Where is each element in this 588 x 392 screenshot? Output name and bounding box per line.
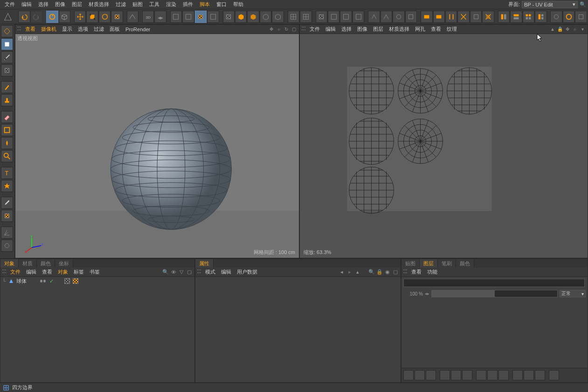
scale-button[interactable] <box>86 11 98 23</box>
vp-filter-menu[interactable]: 过滤 <box>91 25 106 34</box>
uv-unfold4-button[interactable] <box>405 11 417 23</box>
attr-edit-menu[interactable]: 编辑 <box>219 268 234 276</box>
grid-toggle-button[interactable] <box>288 11 299 23</box>
last-tool-button[interactable] <box>111 11 123 23</box>
uv-file-menu[interactable]: 文件 <box>307 25 322 34</box>
obj-bookmarks-menu[interactable]: 书签 <box>87 268 102 276</box>
vp-options-menu[interactable]: 选项 <box>76 25 90 34</box>
menu-filter[interactable]: 过滤 <box>113 0 129 9</box>
uv-relax-button[interactable] <box>457 11 469 23</box>
vp-prorender-menu[interactable]: ProRender <box>123 26 152 33</box>
grip-icon[interactable] <box>302 27 305 32</box>
app-logo-icon[interactable] <box>1 10 14 24</box>
obj-file-menu[interactable]: 文件 <box>8 268 23 276</box>
layout4-button[interactable] <box>535 11 546 23</box>
layers-func-menu[interactable]: 功能 <box>425 268 440 276</box>
menu-tools[interactable]: 工具 <box>146 0 162 9</box>
uv-texture-menu[interactable]: 纹理 <box>444 25 459 34</box>
uv-view-canvas[interactable]: 缩放: 63.3% <box>300 34 588 258</box>
grip-icon[interactable] <box>2 269 6 275</box>
uv-ctrl1-icon[interactable]: ▲ <box>549 26 556 33</box>
brush-button[interactable] <box>1 81 13 93</box>
attributes-body[interactable] <box>195 277 401 382</box>
layer-extra3-button[interactable] <box>535 370 545 380</box>
tab-coord[interactable]: 坐标 <box>55 259 73 268</box>
layer-extra2-button[interactable] <box>524 370 534 380</box>
up-icon[interactable]: ▴ <box>354 269 361 275</box>
grip-icon[interactable] <box>17 27 21 32</box>
object-row-sphere[interactable]: └ 球体 ✓ <box>0 277 194 285</box>
arrow-left-icon[interactable]: ◂ <box>339 269 345 275</box>
perspective-view-canvas[interactable]: 透视视图 <box>15 34 299 258</box>
blend-mode-dropdown[interactable]: 正常▾ <box>560 290 586 297</box>
axis-lock-button[interactable] <box>127 11 138 23</box>
check-icon[interactable]: ✓ <box>48 278 55 284</box>
search2-icon[interactable]: 🔍 <box>368 269 375 275</box>
uv-proj3-button[interactable] <box>353 11 364 23</box>
uv-align1-button[interactable] <box>421 11 432 23</box>
search-icon[interactable]: 🔍 <box>580 1 586 7</box>
stamp-button[interactable] <box>1 94 13 106</box>
text-button[interactable]: T <box>1 167 13 179</box>
coord-y-button[interactable] <box>182 11 194 23</box>
layout3-button[interactable] <box>523 11 534 23</box>
uv-ctrl2-icon[interactable]: 🔒 <box>557 26 563 33</box>
new-icon[interactable]: ◉ <box>384 269 391 275</box>
uv-ctrl4-icon[interactable]: ⟐ <box>572 26 578 33</box>
menu-material-select[interactable]: 材质选择 <box>86 0 112 9</box>
zoom-button[interactable] <box>1 150 13 162</box>
vp-panel-menu[interactable]: 面板 <box>107 25 122 34</box>
uv-proj1-button[interactable] <box>328 11 339 23</box>
uv-select-menu[interactable]: 选择 <box>339 25 354 34</box>
visibility-toggle[interactable] <box>40 278 46 284</box>
obj-tags-menu[interactable]: 标签 <box>71 268 86 276</box>
coord-x-button[interactable] <box>170 11 182 23</box>
checker-button[interactable] <box>1 64 13 76</box>
tab-layers[interactable]: 图层 <box>420 259 438 268</box>
max-icon[interactable]: ▢ <box>392 269 399 275</box>
uv-align2-button[interactable] <box>433 11 445 23</box>
star-button[interactable] <box>1 180 13 192</box>
vp-maximize-icon[interactable]: ▢ <box>291 26 297 33</box>
grip-icon[interactable] <box>403 269 407 275</box>
object-tree[interactable]: └ 球体 ✓ <box>0 277 194 382</box>
layer-up-button[interactable] <box>440 370 450 380</box>
vp-pan-icon[interactable]: ✥ <box>268 26 275 33</box>
search-icon[interactable]: 🔍 <box>162 269 169 275</box>
workplane-button[interactable] <box>154 11 166 23</box>
uv-edit-menu[interactable]: 编辑 <box>323 25 338 34</box>
grip-icon[interactable] <box>197 269 201 275</box>
layers-view-menu[interactable]: 查看 <box>409 268 424 276</box>
layers-list[interactable] <box>401 298 588 364</box>
uv-pack2-button[interactable] <box>482 11 494 23</box>
maximize-icon[interactable]: ▢ <box>186 269 193 275</box>
uv-unfold3-button[interactable] <box>393 11 404 23</box>
layer-fx-button[interactable] <box>487 370 498 380</box>
cube-prim2-button[interactable] <box>260 11 271 23</box>
misc-button[interactable] <box>1 240 13 252</box>
texture-mode-button[interactable] <box>1 51 13 63</box>
fill-button[interactable] <box>1 137 13 149</box>
live-select-button[interactable] <box>46 11 58 23</box>
uv-view-menu[interactable]: 查看 <box>429 25 443 34</box>
make-editable-button[interactable] <box>1 25 13 37</box>
uv-checker-button[interactable] <box>316 11 327 23</box>
tab-material[interactable]: 材质 <box>19 259 37 268</box>
tab-color[interactable]: 颜色 <box>37 259 55 268</box>
uv-mesh-menu[interactable]: 网孔 <box>413 25 428 34</box>
uv-ctrl5-icon[interactable]: ▾ <box>579 26 586 33</box>
obj-object-menu[interactable]: 对象 <box>55 268 70 276</box>
layout1-button[interactable] <box>498 11 510 23</box>
menu-file[interactable]: 文件 <box>2 0 18 9</box>
rotate-button[interactable] <box>99 11 111 23</box>
opacity-slider[interactable] <box>431 290 558 297</box>
lock-icon[interactable]: 🔒 <box>376 269 383 275</box>
obj-edit-menu[interactable]: 编辑 <box>24 268 39 276</box>
selection-button[interactable] <box>1 124 13 136</box>
layer-group-button[interactable] <box>498 370 509 380</box>
opacity-spinner[interactable]: ◂▸ <box>425 291 429 296</box>
cube-array-button[interactable] <box>247 11 259 23</box>
layout-dropdown[interactable]: BP - UV Edit ▾ <box>522 1 578 8</box>
layer-extra1-button[interactable] <box>512 370 523 380</box>
eraser-button[interactable] <box>1 111 13 123</box>
